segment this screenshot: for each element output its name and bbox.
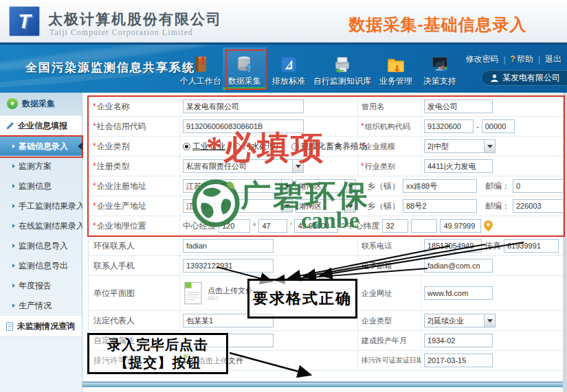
reg-address-zip-input[interactable]: 0 (513, 179, 567, 193)
help-icon: ? (511, 54, 515, 64)
field-label: *企业类别 (89, 137, 180, 156)
triangle-bullet-icon (12, 144, 15, 148)
reg-address-town-input[interactable]: xx路88号 (403, 179, 477, 193)
sidebar-item-label: 监测信息导出 (19, 260, 68, 272)
email-input[interactable]: fadian@com.cn (424, 259, 493, 273)
field-label: 法定代表人 (89, 311, 180, 330)
triangle-bullet-icon (12, 303, 15, 308)
nav-item-label: 数据采集 (228, 76, 261, 87)
sidebar-item-label: 监测方案 (19, 161, 52, 172)
nav-item-workspace[interactable]: 个人工作台 (179, 47, 223, 90)
sidebar-item-monitoring-info[interactable]: 监测信息 (0, 176, 82, 196)
bottom-divider-bar (82, 382, 567, 387)
document-icon (5, 322, 14, 331)
field-label: *行业类别 (358, 157, 421, 176)
org-code-separator: - (476, 122, 479, 130)
longitude-sec-input[interactable]: 43.62000 (294, 219, 338, 233)
sidebar-item-basic-info-entry[interactable]: 基础信息录入 (0, 137, 82, 157)
system-title: 全国污染源监测信息共享系统 (25, 60, 195, 76)
sidebar-item-monitoring-plan[interactable]: 监测方案 (0, 157, 82, 176)
sidebar-section-label: 未监测情况查询 (17, 321, 75, 332)
nav-item-decision-support[interactable]: 决策支持 (418, 47, 462, 90)
sidebar-item-monitoring-export[interactable]: 监测信息导出 (0, 256, 82, 276)
registration-type-select[interactable]: 私营有限责任公司 (183, 159, 304, 173)
former-name-input[interactable]: 发电公司 (424, 100, 493, 113)
nav-item-knowledge-base[interactable]: 自行监测知识库 (311, 47, 374, 90)
longitude-deg-input[interactable]: 120 (219, 219, 250, 233)
permit-date-input[interactable]: 2017-03-15 (424, 354, 493, 367)
user-name: 某发电有限公司 (502, 72, 560, 84)
zip-label: 邮编： (485, 181, 510, 192)
sidebar-item-annual-report[interactable]: 年度报告 (0, 276, 82, 296)
mobile-input[interactable]: 13932122931 (183, 259, 274, 273)
radio-icon[interactable] (233, 143, 241, 150)
format-correct-annotation: 要求格式正确 (247, 279, 357, 319)
triangle-bullet-icon (12, 184, 15, 188)
company-type-select[interactable]: 2|延续企业 (424, 314, 496, 327)
sidebar-root-data-collection[interactable]: ▼ 数据采集 (0, 93, 82, 115)
company-name-input[interactable]: 某发电有限公司 (183, 100, 304, 113)
triangle-bullet-icon (12, 224, 15, 228)
sidebar-item-label: 生产情况 (19, 300, 52, 312)
database-icon (233, 54, 256, 76)
sidebar-root-label: 数据采集 (22, 98, 55, 110)
built-date-input[interactable]: 1934-02 (424, 334, 493, 347)
logout-link[interactable]: 退出 (545, 54, 562, 65)
reg-address-district-select[interactable]: 港闸区 (296, 179, 356, 193)
field-label: *注册类型 (89, 157, 180, 176)
nav-item-label: 业务管理 (379, 76, 412, 87)
radio-icon[interactable] (291, 143, 299, 150)
field-label: 电子邮箱 (358, 256, 421, 275)
prod-address-zip-input[interactable]: 226003 (513, 199, 567, 213)
chevron-down-icon (281, 200, 292, 212)
sidebar-section-company-info[interactable]: 企业信息填报 (0, 115, 82, 137)
field-label: 建成投产年月 (358, 331, 421, 350)
user-icon (490, 73, 499, 82)
prod-address-district-select[interactable]: 港闸区 (296, 199, 356, 213)
map-pin-icon[interactable] (484, 220, 493, 231)
env-contact-input[interactable]: fadian (183, 239, 274, 253)
field-label: 环保联系人 (89, 236, 180, 255)
longitude-min-input[interactable]: 47 (258, 219, 287, 233)
radio-sewage-plant[interactable]: 污水处理厂 (233, 141, 284, 152)
triangle-bullet-icon (12, 264, 15, 268)
sidebar-item-online-results-entry[interactable]: 在线监测结果录入 (0, 216, 82, 236)
nav-item-emission-standards[interactable]: 排放标准 (267, 47, 311, 90)
sidebar-item-manual-results-entry[interactable]: 手工监测结果录入 (0, 196, 82, 216)
sidebar-section-unmonitored-query[interactable]: 未监测情况查询 (0, 316, 82, 337)
floorplan-upload-button[interactable]: 点击上传文件 2017 (183, 281, 253, 305)
org-code-input-2[interactable]: 00000 (482, 119, 515, 133)
nav-item-data-collection[interactable]: 数据采集 (223, 47, 267, 90)
latitude-min-input[interactable] (411, 219, 437, 233)
sidebar-item-production-status[interactable]: 生产情况 (0, 296, 82, 316)
sidebar-item-monitoring-import[interactable]: 监测信息导入 (0, 236, 82, 256)
help-link[interactable]: ?帮助 (511, 54, 533, 65)
scrollbar-track[interactable] (563, 93, 567, 392)
fax-input[interactable]: 61939991 (504, 239, 559, 253)
prod-address-province-select[interactable]: 江苏省 南通市 (183, 199, 293, 213)
current-user-badge[interactable]: 某发电有限公司 (481, 70, 567, 86)
sidebar-section-label: 企业信息填报 (18, 120, 67, 132)
reg-address-province-select[interactable]: 江苏省 南通市 (183, 179, 293, 193)
change-password-link[interactable]: 修改密码 (465, 54, 498, 65)
nav-items: 个人工作台 数据采集 排放标准 自行监测知识库 业务管理 决策支持 (179, 47, 462, 90)
nav-item-label: 排放标准 (272, 76, 305, 87)
top-header: T 太极计算机股份有限公司 Taiji Computer Corporation… (0, 0, 567, 43)
sidebar: ▼ 数据采集 企业信息填报 基础信息录入 监测方案 监测信息 手工监测结果录入 … (0, 93, 82, 392)
nav-item-business-mgmt[interactable]: 业务管理 (374, 47, 418, 90)
website-input[interactable]: www.fd.com (424, 286, 493, 300)
basic-info-form: *企业名称 某发电有限公司 曾用名 发电公司 *社会信用代码 913206006… (88, 96, 565, 371)
nav-item-label: 个人工作台 (180, 76, 221, 87)
prod-address-town-input[interactable]: 88号2 (403, 199, 477, 213)
field-label: *企业地理位置 (89, 216, 180, 235)
industry-input[interactable]: 4411|火力发电 (424, 159, 493, 173)
radio-icon[interactable] (183, 143, 190, 150)
latitude-deg-input[interactable]: 32 (382, 219, 408, 233)
radio-industrial-enterprise[interactable]: 工业企业 (183, 141, 225, 152)
credit-code-input[interactable]: 91320600608308601B (183, 119, 304, 133)
phone-input[interactable]: 18513054949 (424, 239, 482, 253)
scale-select[interactable]: 2|中型 (424, 139, 496, 153)
radio-livestock-farm[interactable]: 规模化畜禽养殖场 (291, 141, 367, 152)
latitude-sec-input[interactable]: 49.97999 (440, 219, 481, 233)
org-code-input-1[interactable]: 91320600 (424, 119, 474, 133)
